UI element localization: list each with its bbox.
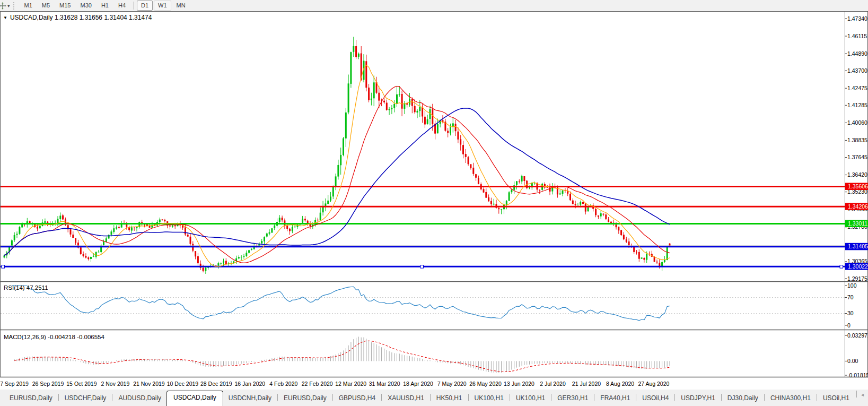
tab-separator	[817, 394, 817, 401]
tab-usdjpy-h1[interactable]: USDJPY,H1	[676, 392, 720, 406]
tab-separator	[721, 394, 722, 401]
tab-audusd-daily[interactable]: AUDUSD,Daily	[113, 392, 166, 406]
tab-eurusd-daily[interactable]: EURUSD,Daily	[4, 392, 58, 406]
macd-indicator-label: MACD(12,26,9) -0.004218 -0.006554	[4, 334, 104, 340]
price-badge-text: 1.35606	[848, 183, 868, 189]
date-label: 4 Feb 2020	[269, 381, 297, 387]
tab-separator	[277, 394, 278, 401]
tab-separator	[430, 394, 431, 401]
timeframe-button-d1[interactable]: D1	[137, 1, 153, 11]
timeframe-button-w1[interactable]: W1	[154, 1, 171, 11]
price-tick-label: 1.29175	[847, 275, 867, 282]
tab-separator	[112, 394, 112, 401]
chart-tab-bar: EURUSD,DailyUSDCHF,DailyAUDUSD,DailyUSDC…	[0, 389, 868, 406]
date-label: 22 Feb 2020	[302, 381, 333, 387]
tab-usoil-h4[interactable]: USOil,H4	[637, 392, 674, 406]
tab-separator	[58, 394, 59, 401]
crosshair-tool-icon[interactable]	[0, 2, 7, 10]
date-label: 31 Mar 2020	[369, 381, 400, 387]
date-label: 13 Jun 2020	[504, 381, 534, 387]
tab-separator	[510, 394, 510, 401]
tab-scroll-arrows: ◂ ▸	[855, 386, 868, 406]
date-label: 7 Sep 2019	[0, 381, 29, 387]
date-label: 16 Jan 2020	[234, 381, 265, 387]
chart-collapse-arrow[interactable]: ▼	[3, 15, 7, 20]
price-tick-label: 1.37645	[847, 154, 867, 160]
macd-tick-label: 0.00	[847, 358, 858, 364]
timeframe-button-m1[interactable]: M1	[20, 1, 37, 11]
tool-dropdown-caret[interactable]: ▾	[7, 3, 10, 8]
date-label: 10 Dec 2019	[167, 381, 199, 387]
date-label: 27 Aug 2020	[638, 381, 669, 387]
price-badge-1.31405: 1.31405	[845, 243, 868, 250]
line-handle[interactable]	[840, 265, 843, 269]
date-label: 2 Nov 2019	[101, 381, 130, 387]
tab-usdcad-daily[interactable]: USDCAD,Daily	[166, 391, 223, 406]
line-handle[interactable]	[2, 265, 5, 269]
macd-tick-label: 0.032972	[847, 332, 868, 339]
price-badge-text: 1.30022	[848, 263, 868, 270]
tab-xauusd-h1[interactable]: XAUUSD,H1	[382, 392, 429, 406]
tab-usdchf-daily[interactable]: USDCHF,Daily	[59, 392, 112, 406]
tab-separator	[468, 394, 469, 401]
price-badge-1.34206: 1.34206	[845, 203, 868, 210]
tab-uk100-h1[interactable]: UK100,H1	[511, 392, 550, 406]
tab-separator	[594, 394, 594, 401]
timeframe-button-m5[interactable]: M5	[38, 1, 54, 11]
line-handle[interactable]	[420, 265, 424, 269]
date-label: 26 Sep 2019	[32, 381, 64, 387]
timeframe-button-mn[interactable]: MN	[172, 1, 190, 11]
date-label: 28 Dec 2019	[200, 381, 232, 387]
price-tick-label: 1.44890	[847, 50, 867, 57]
price-badge-1.33011: 1.33011	[845, 220, 868, 228]
price-badge-1.30022: 1.30022	[845, 263, 868, 270]
tab-usoil-h1[interactable]: USOil,H1	[818, 392, 855, 406]
rsi-tick-label: 30	[847, 310, 854, 316]
tab-eurusd-daily[interactable]: EURUSD,Daily	[278, 392, 332, 406]
tab-usdcnh-daily[interactable]: USDCNH,Daily	[223, 392, 277, 406]
price-tick-label: 1.43700	[847, 67, 867, 74]
tab-separator	[636, 394, 636, 401]
timeframe-toolbar: ▾ M1M5M15M30H1H4D1W1MN	[0, 0, 868, 12]
price-tick-label: 1.41285	[847, 102, 867, 108]
chart-plot[interactable]: 1.473401.461151.448901.437001.424751.412…	[0, 11, 868, 389]
timeframe-button-m15[interactable]: M15	[55, 1, 75, 11]
date-label: 21 Jul 2020	[572, 381, 601, 387]
date-label: 12 Mar 2020	[335, 381, 366, 387]
date-label: 2 Jul 2020	[540, 381, 566, 387]
chart-symbol-period: USDCAD,Daily	[10, 14, 53, 21]
price-badge-text: 1.33011	[848, 220, 867, 227]
timeframe-button-m30[interactable]: M30	[76, 1, 96, 11]
tab-uk100-h1[interactable]: UK100,H1	[469, 392, 509, 406]
date-label: 8 Aug 2020	[606, 381, 634, 387]
tab-separator	[856, 391, 857, 398]
price-badge-text: 1.31405	[848, 243, 868, 249]
macd-tick-label: -0.018154	[847, 372, 868, 378]
tab-scroll-left-icon[interactable]: ◂	[858, 392, 866, 398]
chart-ohlc-values: 1.31628 1.31656 1.31404 1.31474	[55, 14, 152, 21]
tab-fra40-h1[interactable]: FRA40,H1	[595, 392, 635, 406]
price-tick-label: 1.38835	[847, 137, 867, 143]
toolbar-separator	[133, 2, 134, 10]
rsi-tick-label: 100	[847, 282, 857, 289]
tab-separator	[764, 394, 765, 401]
timeframe-button-h4[interactable]: H4	[114, 1, 130, 11]
tab-separator	[674, 394, 675, 401]
toolbar-grip	[13, 2, 16, 10]
tab-separator	[381, 394, 382, 401]
price-badge-text: 1.34206	[848, 203, 868, 210]
date-label: 7 May 2020	[437, 381, 467, 387]
price-tick-label: 1.47340	[847, 15, 867, 22]
chart-title: ▼USDCAD,Daily 1.31628 1.31656 1.31404 1.…	[3, 14, 152, 21]
tab-separator	[551, 394, 551, 401]
tab-gbpusd-h4[interactable]: GBPUSD,H4	[334, 392, 381, 406]
date-label: 18 Apr 2020	[403, 381, 433, 387]
tab-ger30-h1[interactable]: GER30,H1	[552, 392, 593, 406]
price-tick-label: 1.40060	[847, 119, 867, 126]
tab-dj30-daily[interactable]: DJ30,Daily	[722, 392, 764, 406]
timeframe-button-h1[interactable]: H1	[97, 1, 113, 11]
tab-hk50-h1[interactable]: HK50,H1	[431, 392, 468, 406]
price-badge-1.35606: 1.35606	[845, 183, 868, 191]
tab-separator	[332, 394, 333, 401]
tab-china300-h1[interactable]: CHINA300,H1	[765, 392, 816, 406]
